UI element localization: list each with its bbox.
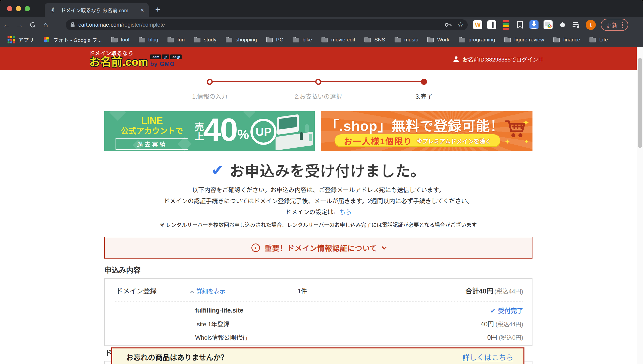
shop-banner-ad[interactable]: 「.shop」無料で登録可能！ お一人様1個限り ※プレミアムドメインを除く [321,111,532,151]
line-banner-sales: 売上 [193,122,203,141]
site-header: ドメイン取るなら お名前.com by GMO .com.jp.co.jp お名… [0,47,637,70]
domain-settings-link[interactable]: こちら [334,209,352,215]
folder-icon [111,37,118,43]
folder-icon [504,37,511,43]
minimize-window-button[interactable] [16,6,21,11]
window-capture-extension-icon[interactable] [544,20,553,29]
password-key-icon[interactable] [444,22,452,28]
folder-icon [458,37,465,43]
playlist-extension-icon[interactable] [572,20,581,29]
profile-avatar[interactable]: t [586,20,596,30]
colored-stack-extension-icon[interactable] [501,20,510,29]
toggle-details[interactable]: 詳細を表示 [191,286,225,295]
onamae-favicon-icon: ✌ [49,6,57,14]
status-check-icon: ✔ [490,307,496,314]
menu-kebab-icon[interactable] [622,22,623,28]
bookmark-label: figure review [514,37,544,43]
onamae-logo[interactable]: ドメイン取るなら お名前.com by GMO .com.jp.co.jp [89,49,175,68]
bookmarks-bar: アプリ フォト - Google フ... toolblogfunstudysh… [0,33,643,47]
split-page-extension-icon[interactable] [487,20,496,29]
folder-icon [194,37,201,43]
w-extension-icon[interactable]: W [473,20,482,29]
bookmark-folder-programing[interactable]: programing [458,37,495,43]
order-row-registration: .site 1年登録 40円 (税込44円) [195,319,523,328]
bookmark-label: shopping [236,37,257,43]
folder-icon [321,37,328,43]
bookmark-folder-study[interactable]: study [194,37,216,43]
domain-status: ✔受付完了 [490,306,523,315]
bookmark-label: SNS [374,37,385,43]
bookmark-folder-music[interactable]: music [394,37,418,43]
bookmark-label: アプリ [18,36,34,43]
bookmark-folder-pc[interactable]: PC [266,37,283,43]
logo-tld-badges: .com.jp.co.jp [150,54,182,59]
forgotten-items-bar: お忘れの商品はありませんか？ 詳しくはこちら [111,347,524,364]
page-content: ドメイン取るなら お名前.com by GMO .com.jp.co.jp お名… [0,47,637,364]
fullscreen-window-button[interactable] [25,6,30,11]
important-notice-accordion[interactable]: i 重要！ドメイン情報認証について [104,237,532,259]
order-row-whois: Whois情報公開代行 0円 (税込0円) [195,332,523,341]
description-line-1: 以下内容をご確認ください。お申込み内容は、ご登録メールアドレス宛にも送信していま… [0,185,637,196]
url-bar[interactable]: cart.onamae.com/register/complete ☆ [66,19,468,30]
description-line-3: ドメインの設定はこちら [0,207,637,218]
rental-server-caution: ※ レンタルサーバーを複数回お申し込みされた場合、レンタルサーバーのお申し込み完… [0,221,637,228]
bookmark-label: Life [599,37,608,43]
url-host: cart.onamae.com [78,22,121,28]
order-total: 合計40円 (税込44円) [465,286,523,295]
line-banner-ad[interactable]: LINE 公式アカウントで 過去実績 売上 40 % UP [104,111,315,151]
domain-name: fulfilling-life.site [195,307,243,314]
bookmark-folder-fun[interactable]: fun [167,37,185,43]
store-illustration [276,114,313,148]
bookmark-folder-finance[interactable]: finance [553,37,580,43]
bookmark-folder-sns[interactable]: SNS [364,37,385,43]
folder-icon [553,37,560,43]
bookmark-flag-extension-icon[interactable] [515,20,524,29]
bookmark-folder-tool[interactable]: tool [111,37,129,43]
tab-title: ドメイン取るなら お名前.com [61,7,137,14]
scrollbar-thumb[interactable] [638,58,642,148]
bookmark-apps[interactable]: アプリ [8,36,34,43]
shop-banner-pill: お一人様1個限り ※プレミアムドメインを除く [335,134,500,147]
folder-icon [266,37,273,43]
cart-icon [504,118,529,144]
extensions-puzzle-icon[interactable] [558,20,567,29]
bookmark-folder-shopping[interactable]: shopping [226,37,257,43]
close-window-button[interactable] [7,6,12,11]
important-notice-label: 重要！ドメイン情報認証について [264,242,377,253]
show-details-link[interactable]: 詳細を表示 [196,288,225,294]
download-extension-icon[interactable] [529,20,539,29]
bookmark-label: bike [302,37,312,43]
folder-icon [589,37,596,43]
bookmark-folder-blog[interactable]: blog [138,37,158,43]
bookmarks-folders: toolblogfunstudyshoppingPCbikemovie edit… [111,37,608,43]
progress-step-3-circle [421,79,427,85]
forgotten-items-link[interactable]: 詳しくはこちら [462,352,513,362]
shop-banner-limit: お一人様1個限り [344,135,412,147]
logo-brand: お名前.com [89,56,148,68]
item-name: .site 1年登録 [195,319,229,328]
logo-by-gmo: by GMO [150,60,175,68]
progress-step-2-label: 2.お支払いの選択 [295,92,342,100]
bookmark-folder-movie-edit[interactable]: movie edit [321,37,355,43]
update-label: 更新 [606,21,618,29]
new-tab-button[interactable]: + [155,5,160,14]
scrollbar-track[interactable] [637,47,643,364]
forgotten-items-question: お忘れの商品はありませんか？ [126,352,228,362]
browser-tab[interactable]: ✌ ドメイン取るなら お名前.com × [45,3,149,17]
home-icon[interactable]: ⌂ [39,21,52,29]
bookmark-folder-work[interactable]: Work [427,37,449,43]
bookmark-folder-life[interactable]: Life [589,37,608,43]
bookmark-star-icon[interactable]: ☆ [457,21,464,29]
chrome-update-button[interactable]: 更新 [601,19,628,31]
order-total-amount: 合計40円 [465,287,493,295]
folder-icon [138,37,145,43]
forward-icon[interactable]: → [13,21,26,29]
bookmark-google-photos[interactable]: フォト - Google フ... [43,36,102,43]
bookmark-folder-bike[interactable]: bike [292,37,312,43]
line-banner-percent: % [237,127,249,142]
back-icon[interactable]: ← [0,21,13,29]
tab-close-icon[interactable]: × [140,6,144,14]
bookmark-label: blog [148,37,158,43]
bookmark-folder-figure-review[interactable]: figure review [504,37,544,43]
reload-icon[interactable] [26,21,39,29]
